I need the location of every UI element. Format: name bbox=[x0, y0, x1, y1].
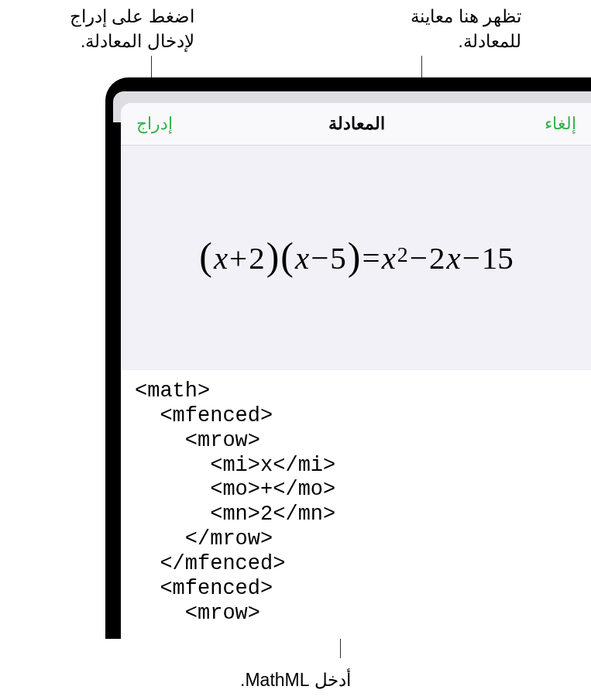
callout-text-line: اضغط على إدراج bbox=[70, 4, 194, 29]
equation-equals: = bbox=[363, 239, 380, 276]
device-frame: إدراج المعادلة إلغاء (x + 2)(x − 5) = x2… bbox=[105, 77, 591, 639]
equation-preview-area: (x + 2)(x − 5) = x2 − 2x − 15 bbox=[121, 146, 591, 370]
equation-superscript: 2 bbox=[397, 242, 408, 267]
equation-number: 2 bbox=[429, 239, 445, 276]
callout-text-line: تظهر هنا معاينة bbox=[411, 4, 521, 29]
callout-preview: تظهر هنا معاينة للمعادلة. bbox=[411, 4, 521, 53]
equation-operator: − bbox=[410, 239, 428, 276]
equation-operator: − bbox=[311, 239, 328, 276]
mathml-code-input[interactable]: <math> <mfenced> <mrow> <mi>x</mi> <mo>+… bbox=[121, 370, 591, 639]
modal-header: إدراج المعادلة إلغاء bbox=[121, 103, 591, 146]
equation-preview: (x + 2)(x − 5) = x2 − 2x − 15 bbox=[199, 235, 514, 280]
equation-number: 2 bbox=[249, 239, 265, 276]
equation-paren-open: ( bbox=[199, 234, 212, 279]
equation-number: 5 bbox=[330, 239, 346, 276]
modal-title: المعادلة bbox=[328, 114, 385, 134]
cancel-button[interactable]: إلغاء bbox=[545, 114, 576, 134]
equation-paren-close: ) bbox=[266, 234, 280, 279]
callout-insert: اضغط على إدراج لإدخال المعادلة. bbox=[70, 4, 194, 53]
callout-text-line: لإدخال المعادلة. bbox=[70, 29, 194, 53]
callout-text-line: للمعادلة. bbox=[411, 29, 521, 53]
insert-button[interactable]: إدراج bbox=[136, 114, 173, 134]
equation-operator: + bbox=[229, 239, 247, 276]
equation-variable: x bbox=[382, 239, 396, 276]
equation-number: 15 bbox=[482, 239, 514, 276]
callouts-top: اضغط على إدراج لإدخال المعادلة. تظهر هنا… bbox=[0, 0, 591, 53]
equation-variable: x bbox=[295, 239, 309, 276]
equation-modal-sheet: إدراج المعادلة إلغاء (x + 2)(x − 5) = x2… bbox=[121, 103, 591, 639]
equation-paren-close: ) bbox=[348, 234, 361, 279]
callout-mathml: أدخل MathML. bbox=[0, 670, 591, 691]
equation-variable: x bbox=[446, 239, 460, 276]
equation-operator: − bbox=[462, 239, 480, 276]
equation-variable: x bbox=[214, 239, 228, 276]
equation-paren-open: ( bbox=[280, 234, 294, 279]
